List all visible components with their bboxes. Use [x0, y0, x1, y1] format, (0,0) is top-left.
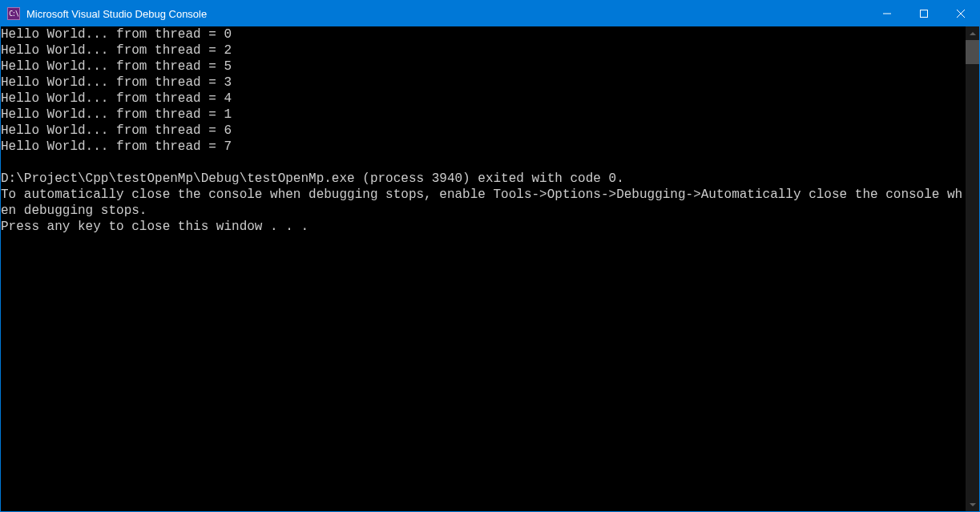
close-button[interactable] [942, 1, 979, 26]
console-window: C:\ Microsoft Visual Studio Debug Consol… [0, 0, 980, 512]
window-title: Microsoft Visual Studio Debug Console [25, 8, 869, 20]
minimize-icon [883, 10, 891, 18]
titlebar[interactable]: C:\ Microsoft Visual Studio Debug Consol… [1, 1, 979, 26]
svg-rect-1 [921, 10, 928, 18]
scroll-down-arrow[interactable] [966, 498, 979, 511]
scroll-thumb[interactable] [966, 40, 979, 64]
chevron-up-icon [970, 32, 976, 35]
chevron-down-icon [970, 503, 976, 506]
maximize-button[interactable] [905, 1, 942, 26]
svg-marker-5 [970, 503, 976, 506]
scroll-track[interactable] [966, 40, 979, 498]
maximize-icon [920, 10, 928, 18]
vertical-scrollbar[interactable] [966, 26, 979, 511]
minimize-button[interactable] [869, 1, 905, 26]
console-output[interactable]: Hello World... from thread = 0 Hello Wor… [1, 26, 966, 511]
client-area: Hello World... from thread = 0 Hello Wor… [1, 26, 979, 511]
window-controls [869, 1, 979, 26]
close-icon [957, 10, 965, 18]
svg-marker-4 [970, 32, 976, 35]
scroll-up-arrow[interactable] [966, 26, 979, 40]
app-icon: C:\ [7, 7, 20, 20]
